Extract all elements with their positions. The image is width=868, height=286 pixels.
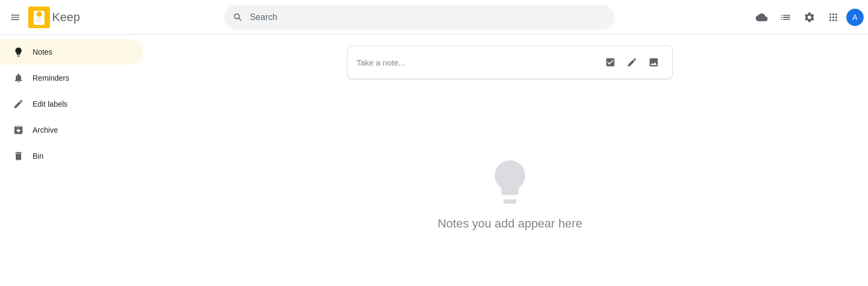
edit-icon xyxy=(13,99,24,109)
layout: Notes Reminders Edit labels xyxy=(0,35,868,286)
header: Keep xyxy=(0,0,868,35)
lightbulb-icon xyxy=(13,47,24,57)
notes-label: Notes xyxy=(33,48,53,56)
apps-button[interactable] xyxy=(822,6,844,28)
sidebar-item-edit-labels[interactable]: Edit labels xyxy=(0,91,143,117)
bell-icon xyxy=(13,73,24,83)
search-input-wrap[interactable] xyxy=(224,5,615,30)
sidebar-item-reminders[interactable]: Reminders xyxy=(0,65,143,91)
settings-button[interactable] xyxy=(799,6,820,28)
note-placeholder[interactable]: Take a note... xyxy=(356,58,601,67)
header-left: Keep xyxy=(4,6,156,28)
empty-state-icon xyxy=(484,156,536,208)
svg-rect-4 xyxy=(36,21,40,22)
app-name: Keep xyxy=(52,10,80,24)
menu-button[interactable] xyxy=(4,6,26,28)
sidebar-item-bin[interactable]: Bin xyxy=(0,143,143,169)
empty-state-text: Notes you add appear here xyxy=(438,217,583,231)
empty-state: Notes you add appear here xyxy=(438,112,583,275)
new-image-button[interactable] xyxy=(644,53,663,72)
note-action-buttons xyxy=(601,53,663,72)
note-input-bar[interactable]: Take a note... xyxy=(347,46,673,79)
bin-label: Bin xyxy=(33,152,43,160)
keep-logo-icon xyxy=(28,6,50,28)
delete-icon xyxy=(13,151,24,161)
reminders-label: Reminders xyxy=(33,74,69,82)
search-icon xyxy=(233,12,243,23)
edit-labels-label: Edit labels xyxy=(33,100,68,108)
new-list-button[interactable] xyxy=(601,53,620,72)
main-content: Take a note... xyxy=(152,35,868,286)
archive-label: Archive xyxy=(33,126,58,134)
sidebar: Notes Reminders Edit labels xyxy=(0,35,152,286)
account-avatar[interactable]: A xyxy=(846,9,864,26)
list-view-button[interactable] xyxy=(775,6,796,28)
archive-icon xyxy=(13,125,24,135)
search-bar xyxy=(224,5,615,30)
new-drawing-button[interactable] xyxy=(622,53,642,72)
sync-button[interactable] xyxy=(751,6,773,28)
search-input[interactable] xyxy=(250,12,606,22)
header-actions: A xyxy=(751,6,864,28)
sidebar-item-archive[interactable]: Archive xyxy=(0,117,143,143)
logo-area: Keep xyxy=(28,6,80,28)
svg-rect-3 xyxy=(36,18,42,20)
sidebar-item-notes[interactable]: Notes xyxy=(0,39,143,65)
svg-point-2 xyxy=(36,11,42,17)
